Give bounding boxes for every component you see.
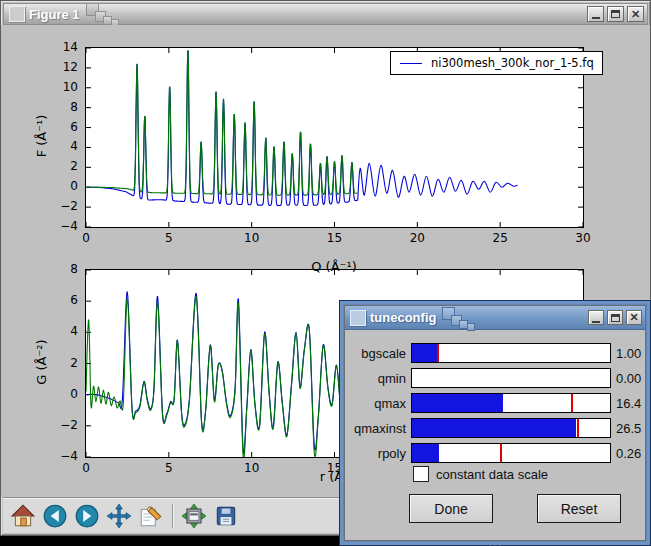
y-tick-label: 2 [44,356,78,370]
maximize-icon [611,314,620,322]
zoom-icon [138,503,164,529]
y-tick-label: 6 [44,293,78,307]
pan-button[interactable] [105,502,133,530]
slider-marker [437,344,439,362]
slider-fill [412,419,576,437]
y-tick-label: 4 [44,139,78,153]
y-tick-label: 12 [44,60,78,74]
pan-icon [106,503,132,529]
figure-titlebar[interactable]: Figure 1 ✕ [3,3,648,25]
slider-row-qmax: qmax16.4 [345,393,645,413]
y-tick-label: 8 [44,262,78,276]
back-icon [42,503,68,529]
minimize-button[interactable] [587,6,604,22]
y-tick-label: 0 [44,179,78,193]
slider-row-rpoly: rpoly0.26 [345,443,645,463]
slider-row-qmaxinst: qmaxinst26.5 [345,418,645,438]
close-icon: ✕ [629,312,638,323]
reset-button[interactable]: Reset [537,494,621,523]
tuneconfig-dialog: tuneconfig ✕ bgscale1.00qmin0.00qmax16.4… [339,300,651,546]
slider-fill [412,344,437,362]
dialog-titlebar[interactable]: tuneconfig ✕ [345,306,645,330]
x-tick-label: 5 [165,461,173,475]
x-tick-label: 0 [82,461,90,475]
slider-value-rpoly: 0.26 [611,446,641,461]
y-tick-label: 6 [44,120,78,134]
legend-entry: ni300mesh_300k_nor_1-5.fq [431,56,594,70]
x-tick-label: 20 [410,231,425,245]
slider-marker [571,394,573,412]
slider-label-qmaxinst: qmaxinst [345,421,411,436]
close-icon: ✕ [631,9,640,20]
home-button[interactable] [9,502,37,530]
toolbar-separator [172,504,174,528]
x-tick-label: 5 [165,231,173,245]
window-title: Figure 1 [29,7,80,22]
maximize-button[interactable] [607,6,624,22]
zoom-button[interactable] [137,502,165,530]
dialog-titlebar-ornament [442,307,488,329]
y-tick-label: −4 [44,449,78,463]
x-tick-label: 25 [493,231,508,245]
done-button[interactable]: Done [409,494,493,523]
dialog-title: tuneconfig [370,310,436,325]
series-G(r) truncated [86,296,356,457]
close-button[interactable]: ✕ [627,6,644,22]
slider-track-qmin[interactable] [411,368,611,388]
desktop: { "figure_window": { "title": "Figure 1"… [0,0,651,546]
forward-button[interactable] [73,502,101,530]
dialog-maximize-button[interactable] [607,310,623,325]
x-tick-label: 15 [327,231,342,245]
configure-subplots-button[interactable] [180,502,208,530]
maximize-icon [611,10,620,18]
slider-label-rpoly: rpoly [345,446,411,461]
slider-fill [412,444,439,462]
dialog-icon [350,310,366,326]
y-tick-label: 8 [44,100,78,114]
dialog-minimize-button[interactable] [588,310,604,325]
legend-line-sample [400,63,422,64]
slider-label-qmin: qmin [345,371,411,386]
slider-track-qmax[interactable] [411,393,611,413]
slider-track-qmaxinst[interactable] [411,418,611,438]
save-button[interactable] [212,502,240,530]
y-tick-label: 14 [44,40,78,54]
dialog-body: bgscale1.00qmin0.00qmax16.4qmaxinst26.5r… [345,330,645,540]
slider-track-bgscale[interactable] [411,343,611,363]
y-tick-label: 4 [44,324,78,338]
y-tick-label: 0 [44,387,78,401]
forward-icon [74,503,100,529]
slider-row-bgscale: bgscale1.00 [345,343,645,363]
legend: ni300mesh_300k_nor_1-5.fq [390,51,603,75]
slider-row-qmin: qmin0.00 [345,368,645,388]
y-tick-label: 2 [44,159,78,173]
configure-subplots-icon [181,503,207,529]
minimize-icon [592,321,600,323]
series-truncated at qmax [86,51,358,195]
slider-value-qmin: 0.00 [611,371,641,386]
constant-data-scale-checkbox[interactable] [413,466,429,482]
window-icon [9,6,25,22]
x-tick-label: 10 [244,231,259,245]
x-axis-label-q: Q (Å⁻¹) [311,259,356,274]
home-icon [10,503,36,529]
titlebar-ornament [86,3,132,25]
save-icon [213,503,239,529]
constant-data-scale-row: constant data scale [413,466,548,482]
y-tick-label: −4 [44,219,78,233]
back-button[interactable] [41,502,69,530]
slider-value-bgscale: 1.00 [611,346,641,361]
dialog-close-button[interactable]: ✕ [626,310,642,325]
slider-marker [500,444,502,462]
x-tick-label: 0 [82,231,90,245]
checkbox-label: constant data scale [436,467,548,482]
y-tick-label: −2 [44,199,78,213]
slider-label-qmax: qmax [345,396,411,411]
slider-fill [412,394,503,412]
slider-marker [577,419,579,437]
slider-label-bgscale: bgscale [345,346,411,361]
y-tick-label: −2 [44,418,78,432]
slider-track-rpoly[interactable] [411,443,611,463]
slider-value-qmax: 16.4 [611,396,641,411]
x-tick-label: 30 [575,231,590,245]
